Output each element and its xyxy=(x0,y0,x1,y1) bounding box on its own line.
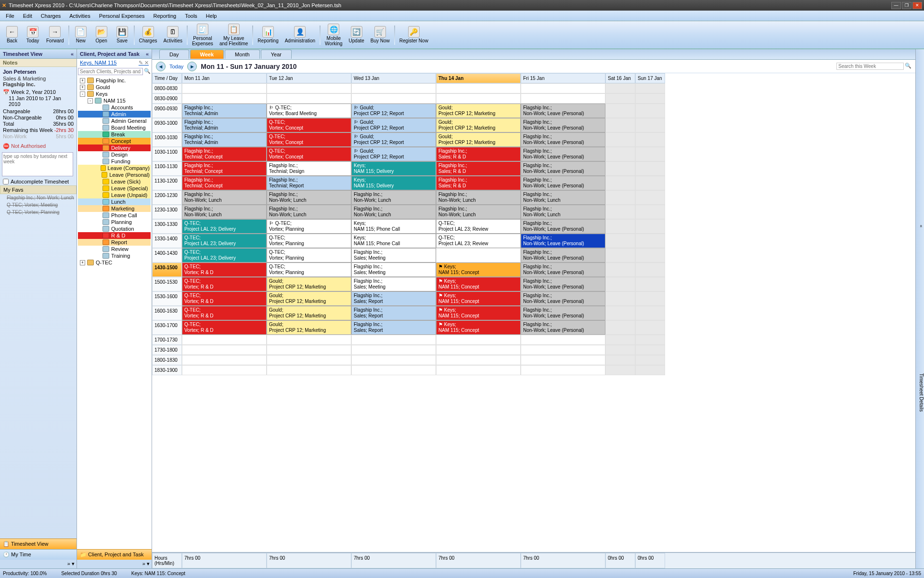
event-cell[interactable]: Flagship Inc.;Sales; Report xyxy=(351,320,436,335)
menu-tools[interactable]: Tools xyxy=(181,12,201,20)
empty-cell[interactable] xyxy=(267,365,351,375)
event-cell[interactable]: Gould;Project CRP 12; Marketing xyxy=(267,306,351,320)
empty-cell[interactable] xyxy=(635,291,665,306)
event-cell[interactable]: Q-TEC;Vortex; R & D xyxy=(182,277,267,291)
empty-cell[interactable] xyxy=(605,176,635,190)
empty-cell[interactable] xyxy=(605,277,635,291)
tree-item-r---d[interactable]: R & D xyxy=(78,232,151,239)
event-cell[interactable]: Keys;NAM 115; Phone Call xyxy=(351,219,436,234)
tree-item-leave--sick-[interactable]: Leave (Sick) xyxy=(78,178,151,185)
empty-cell[interactable] xyxy=(605,365,635,375)
empty-cell[interactable] xyxy=(436,345,521,355)
event-cell[interactable]: Flagship Inc.;Non-Work; Lunch xyxy=(267,205,351,219)
collapse-icon[interactable]: « xyxy=(71,51,74,57)
empty-cell[interactable] xyxy=(267,335,351,345)
event-cell[interactable]: Keys;NAM 115; Delivery xyxy=(351,161,436,176)
empty-cell[interactable] xyxy=(605,355,635,365)
empty-cell[interactable] xyxy=(182,93,267,104)
tree-item-delivery[interactable]: Delivery xyxy=(78,144,151,151)
tree-item-q-tec[interactable]: +Q-TEC xyxy=(78,259,151,266)
empty-cell[interactable] xyxy=(635,306,665,320)
event-cell[interactable]: Gould;Project CRP 12; Marketing xyxy=(267,291,351,306)
toolbar-administration[interactable]: 👤Administration xyxy=(282,22,318,48)
toolbar-today[interactable]: 📅Today xyxy=(23,22,43,48)
tree-item-phone-call[interactable]: Phone Call xyxy=(78,212,151,219)
event-cell[interactable]: Gould;Project CRP 12; Marketing xyxy=(267,277,351,291)
empty-cell[interactable] xyxy=(635,277,665,291)
breadcrumb[interactable]: Keys, NAM 115✎ ✕ xyxy=(77,59,152,67)
event-cell[interactable]: Flagship Inc.;Sales; Report xyxy=(351,306,436,320)
event-cell[interactable]: ⚑ Keys;NAM 115; Concept xyxy=(436,306,521,320)
fav-item[interactable]: Q-TEC; Vortex; Planning xyxy=(0,209,77,216)
empty-cell[interactable] xyxy=(635,320,665,335)
empty-cell[interactable] xyxy=(182,83,267,93)
time-cell[interactable]: 1300-1330 xyxy=(152,219,182,234)
empty-cell[interactable] xyxy=(605,118,635,132)
tree-item-report[interactable]: Report xyxy=(78,239,151,246)
empty-cell[interactable] xyxy=(351,335,436,345)
event-cell[interactable]: Q-TEC;Project LAL 23; Review xyxy=(436,219,521,234)
event-cell[interactable]: Flagship Inc.;Non-Work; Leave (Personal) xyxy=(521,248,605,263)
empty-cell[interactable] xyxy=(351,93,436,104)
time-cell[interactable]: 1830-1900 xyxy=(152,365,182,375)
tree-item-keys[interactable]: -Keys xyxy=(78,91,151,97)
empty-cell[interactable] xyxy=(635,118,665,132)
empty-cell[interactable] xyxy=(521,335,605,345)
time-cell[interactable]: 1230-1300 xyxy=(152,205,182,219)
time-cell[interactable]: 1800-1830 xyxy=(152,355,182,365)
col-header[interactable]: Time / Day xyxy=(152,73,182,83)
toolbar-personal-expenses[interactable]: 🧾Personal Expenses xyxy=(189,22,216,48)
empty-cell[interactable] xyxy=(267,345,351,355)
empty-cell[interactable] xyxy=(635,263,665,277)
col-header[interactable]: Thu 14 Jan xyxy=(436,73,521,83)
tree-item-review[interactable]: Review xyxy=(78,246,151,252)
time-cell[interactable]: 0930-1000 xyxy=(152,118,182,132)
time-cell[interactable]: 1030-1100 xyxy=(152,147,182,161)
empty-cell[interactable] xyxy=(436,335,521,345)
expand-icon[interactable]: + xyxy=(80,85,85,90)
event-cell[interactable]: Q-TEC;Vortex; Planning xyxy=(267,234,351,248)
empty-cell[interactable] xyxy=(605,263,635,277)
event-cell[interactable]: Gould;Project CRP 12; Marketing xyxy=(436,104,521,118)
empty-cell[interactable] xyxy=(351,355,436,365)
empty-cell[interactable] xyxy=(605,291,635,306)
timesheet-view-button[interactable]: 📋 Timesheet View xyxy=(0,539,77,549)
maximize-button[interactable]: ❐ xyxy=(902,2,911,9)
empty-cell[interactable] xyxy=(605,248,635,263)
tab-week[interactable]: Week xyxy=(190,50,224,59)
prev-button[interactable]: ◄ xyxy=(156,62,166,71)
toolbar-my-leave-and-flexitime[interactable]: 📋My Leave and Flexitime xyxy=(217,22,251,48)
empty-cell[interactable] xyxy=(182,335,267,345)
event-cell[interactable]: Flagship Inc.;Non-Work; Lunch xyxy=(351,190,436,205)
toolbar-mobile-working[interactable]: 🌐Mobile Working xyxy=(322,22,346,48)
event-cell[interactable]: Flagship Inc.;Sales; Report xyxy=(351,291,436,306)
toolbar-save[interactable]: 💾Save xyxy=(112,22,132,48)
event-cell[interactable]: Flagship Inc.;Non-Work; Leave (Personal) xyxy=(521,118,605,132)
event-cell[interactable]: Q-TEC;Project LAL 23; Delivery xyxy=(182,248,267,263)
empty-cell[interactable] xyxy=(605,147,635,161)
expand-icon[interactable]: - xyxy=(88,98,93,104)
empty-cell[interactable] xyxy=(605,93,635,104)
event-cell[interactable]: Flagship Inc.;Sales; R & D xyxy=(436,176,521,190)
empty-cell[interactable] xyxy=(436,93,521,104)
empty-cell[interactable] xyxy=(635,83,665,93)
tree-item-lunch[interactable]: Lunch xyxy=(78,198,151,205)
event-cell[interactable]: ⚑ Keys;NAM 115; Concept xyxy=(436,277,521,291)
event-cell[interactable]: Flagship Inc.;Non-Work; Lunch xyxy=(267,190,351,205)
event-cell[interactable]: Flagship Inc.;Non-Work; Lunch xyxy=(521,190,605,205)
empty-cell[interactable] xyxy=(605,234,635,248)
client-project-button[interactable]: 📁 Client, Project and Task xyxy=(77,549,152,560)
time-cell[interactable]: 1700-1730 xyxy=(152,335,182,345)
event-cell[interactable]: Flagship Inc.;Non-Work; Leave (Personal) xyxy=(521,277,605,291)
close-button[interactable]: ✕ xyxy=(912,2,922,9)
tree-item-leave--special-[interactable]: Leave (Special) xyxy=(78,185,151,192)
event-cell[interactable]: Q-TEC;Vortex; Concept xyxy=(267,132,351,147)
event-cell[interactable]: Q-TEC;Vortex; R & D xyxy=(182,263,267,277)
event-cell[interactable]: 🏳 Gould;Project CRP 12; Report xyxy=(351,147,436,161)
event-cell[interactable]: 🏳 Q-TEC;Vortex; Planning xyxy=(267,219,351,234)
empty-cell[interactable] xyxy=(436,365,521,375)
event-cell[interactable]: Q-TEC;Vortex; Concept xyxy=(267,118,351,132)
empty-cell[interactable] xyxy=(436,83,521,93)
tree-item-admin[interactable]: Admin xyxy=(78,111,151,118)
empty-cell[interactable] xyxy=(605,335,635,345)
